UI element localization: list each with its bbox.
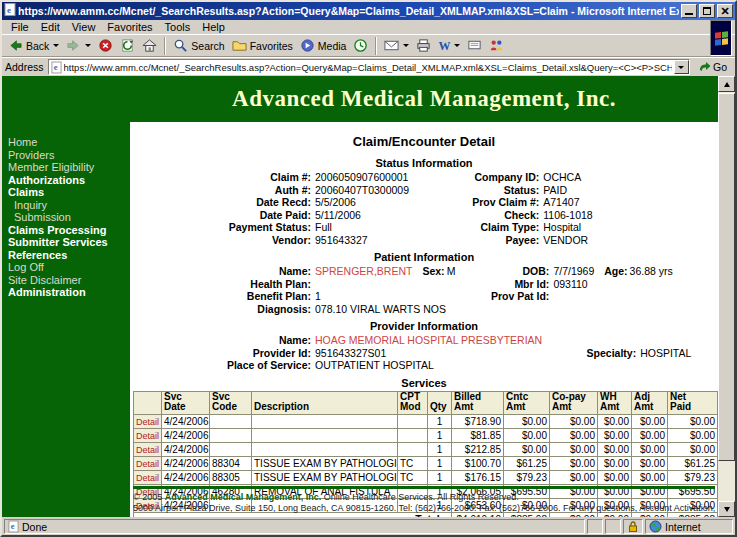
sidebar-nav: HomeProvidersMember EligibilityAuthoriza… <box>8 136 128 299</box>
menu-item-file[interactable]: File <box>5 21 35 33</box>
table-row: Detail4/24/20061$81.85$0.00$0.00$0.00$0.… <box>134 428 719 442</box>
detail-link[interactable]: Detail <box>136 431 159 441</box>
field-row: Payee:VENDOR <box>447 234 715 247</box>
service-cell: $61.25 <box>668 456 718 470</box>
windows-logo-icon <box>710 20 732 56</box>
detail-link[interactable]: Detail <box>136 445 159 455</box>
sidebar-item-site-disclaimer[interactable]: Site Disclaimer <box>8 274 128 287</box>
menu-item-favorites[interactable]: Favorites <box>101 21 158 33</box>
refresh-button[interactable] <box>117 35 138 56</box>
field-value: SPRENGER,BRENTSex:M <box>315 265 457 278</box>
main-inner: Claim/Encounter Detail Status Informatio… <box>130 122 718 517</box>
history-button[interactable] <box>350 35 371 56</box>
restore-button[interactable] <box>699 4 715 18</box>
service-cell: TC <box>398 456 428 470</box>
field-row: Specialty:HOSPITAL <box>544 347 715 360</box>
scrollbar-thumb[interactable] <box>718 93 735 461</box>
section-patient-information: Patient InformationName:SPRENGER,BRENTSe… <box>133 251 715 315</box>
site-banner: Advanced Medical Management, Inc. <box>130 76 718 122</box>
field-row: Provider Id:951643327S01 <box>133 347 544 360</box>
field-value: 951643327S01 <box>315 347 388 360</box>
sidebar-item-member-eligibility[interactable]: Member Eligibility <box>8 161 128 174</box>
service-cell: $0.00 <box>550 428 598 442</box>
edit-with-word-button[interactable]: W <box>435 35 463 56</box>
service-cell: $0.00 <box>504 442 550 456</box>
messenger-button[interactable] <box>486 35 507 56</box>
detail-link[interactable]: Detail <box>136 417 159 427</box>
back-button[interactable]: Back <box>5 35 62 56</box>
sidebar-item-submitter-services[interactable]: Submitter Services <box>8 236 128 249</box>
info-sections: Status InformationClaim #:20060509076000… <box>133 157 715 372</box>
sidebar-item-claims[interactable]: Claims <box>8 186 128 199</box>
services-column-header: CPT Mod <box>398 391 428 414</box>
sidebar-item-providers[interactable]: Providers <box>8 149 128 162</box>
detail-link[interactable]: Detail <box>136 473 159 483</box>
svg-text:e: e <box>53 63 57 72</box>
service-cell: $0.00 <box>550 442 598 456</box>
section-status-information: Status InformationClaim #:20060509076000… <box>133 157 715 246</box>
mail-button[interactable] <box>381 35 412 56</box>
back-icon <box>8 38 23 53</box>
vertical-scrollbar[interactable] <box>718 76 735 517</box>
globe-icon <box>649 520 662 533</box>
menu-item-view[interactable]: View <box>66 21 102 33</box>
sidebar-item-references[interactable]: References <box>8 249 128 262</box>
sidebar-item-inquiry[interactable]: Inquiry <box>8 199 128 212</box>
forward-button[interactable] <box>63 35 94 56</box>
menu-item-edit[interactable]: Edit <box>35 21 66 33</box>
site-title: Advanced Medical Management, Inc. <box>232 86 616 112</box>
go-button[interactable]: Go <box>694 59 732 76</box>
field-label: Mbr Id: <box>457 278 553 291</box>
menu-item-tools[interactable]: Tools <box>159 21 197 33</box>
services-heading: Services <box>133 377 715 389</box>
field-label: Claim #: <box>133 171 315 184</box>
sidebar-item-administration[interactable]: Administration <box>8 286 128 299</box>
stop-button[interactable] <box>95 35 116 56</box>
favorites-button[interactable]: Favorites <box>229 35 296 56</box>
field-row: Payment Status:Full <box>133 221 447 234</box>
sidebar-item-authorizations[interactable]: Authorizations <box>8 174 128 187</box>
sidebar-item-claims-processing[interactable]: Claims Processing <box>8 224 128 237</box>
discuss-button[interactable] <box>464 35 485 56</box>
service-cell: $0.00 <box>598 470 632 484</box>
service-cell: $0.00 <box>632 442 668 456</box>
field-value: Full <box>315 221 334 234</box>
sidebar-item-home[interactable]: Home <box>8 136 128 149</box>
field-row: Date Paid:5/11/2006 <box>133 209 447 222</box>
field-value: 5/11/2006 <box>315 209 363 222</box>
minimize-button[interactable] <box>681 4 697 18</box>
favorites-label: Favorites <box>250 40 293 52</box>
address-input[interactable] <box>62 61 674 73</box>
service-cell: 88305 <box>210 470 252 484</box>
field-row: Claim Type:Hospital <box>447 221 715 234</box>
footer-copyright: © 2005 Advanced Medical Management, Inc.… <box>133 492 715 503</box>
sidebar-item-submission[interactable]: Submission <box>8 211 128 224</box>
field-label: Health Plan: <box>133 278 315 291</box>
field-value-text: HOSPITAL <box>640 347 691 359</box>
search-button[interactable]: Search <box>170 35 227 56</box>
field-value-text: OCHCA <box>543 171 581 183</box>
browser-window: e https://www.amm.cc/Mcnet/_SearchResult… <box>0 0 737 537</box>
toolbar: Back Search Favorites Media <box>2 34 735 57</box>
stop-icon <box>98 38 113 53</box>
detail-link[interactable]: Detail <box>136 459 159 469</box>
print-button[interactable] <box>413 35 434 56</box>
service-cell <box>210 414 252 428</box>
media-button[interactable]: Media <box>297 35 350 56</box>
close-button[interactable]: ✕ <box>717 4 733 18</box>
field-row: Claim #:2006050907600001 <box>133 171 447 184</box>
service-cell: 1 <box>428 428 452 442</box>
address-label: Address <box>5 61 44 73</box>
field-value-text: HOAG MEMORIAL HOSPITAL PRESBYTERIAN <box>315 334 542 346</box>
service-cell: 88304 <box>210 456 252 470</box>
services-column-header: Co-pay Amt <box>550 391 598 414</box>
address-dropdown-button[interactable] <box>674 60 689 74</box>
field-row: Health Plan: <box>133 278 457 291</box>
home-button[interactable] <box>139 35 160 56</box>
field-value-text: 2006050907600001 <box>315 171 408 183</box>
field-value: 5/5/2006 <box>315 196 358 209</box>
scroll-up-button[interactable] <box>718 76 735 92</box>
menu-item-help[interactable]: Help <box>196 21 231 33</box>
scroll-down-button[interactable] <box>718 501 735 517</box>
sidebar-item-log-off[interactable]: Log Off <box>8 261 128 274</box>
